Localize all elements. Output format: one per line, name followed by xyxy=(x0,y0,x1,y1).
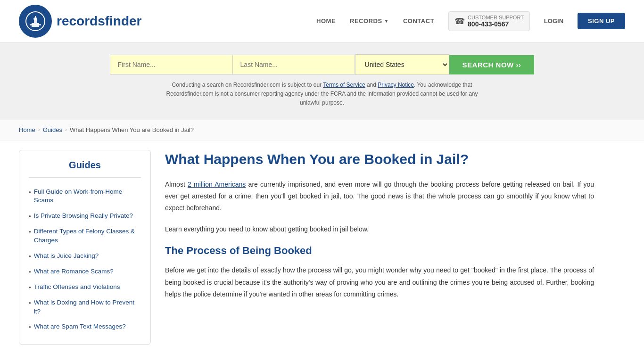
sidebar-list: Full Guide on Work-from-Home Scams Is Pr… xyxy=(29,184,141,335)
sidebar-title: Guides xyxy=(29,160,141,178)
sidebar-link-spam-text[interactable]: What are Spam Text Messages? xyxy=(34,322,126,331)
last-name-input[interactable] xyxy=(232,55,355,74)
svg-rect-2 xyxy=(30,24,41,25)
tos-link[interactable]: Terms of Service xyxy=(323,82,365,88)
nav-records[interactable]: RECORDS ▼ xyxy=(350,17,389,25)
customer-support: ☎ CUSTOMER SUPPORT 800-433-0567 xyxy=(448,11,530,31)
nav-home[interactable]: HOME xyxy=(316,17,336,25)
article-para-3: Before we get into the details of exactl… xyxy=(165,264,594,300)
article-subtitle: The Process of Being Booked xyxy=(165,245,594,257)
first-name-input[interactable] xyxy=(110,55,232,74)
sidebar-link-private-browsing[interactable]: Is Private Browsing Really Private? xyxy=(34,212,133,221)
list-item: What are Romance Scams? xyxy=(29,264,141,280)
logo-text: recordsfinder xyxy=(57,14,142,29)
list-item: Is Private Browsing Really Private? xyxy=(29,208,141,224)
support-label: CUSTOMER SUPPORT xyxy=(468,15,524,20)
search-disclaimer: Conducting a search on Recordsfinder.com… xyxy=(157,81,487,108)
main-nav: HOME RECORDS ▼ CONTACT ☎ CUSTOMER SUPPOR… xyxy=(316,11,625,31)
article-para-2: Learn everything you need to know about … xyxy=(165,223,594,235)
americans-link[interactable]: 2 million Americans xyxy=(188,181,246,188)
chevron-down-icon: ▼ xyxy=(384,18,389,24)
sidebar-link-felony[interactable]: Different Types of Felony Classes & Char… xyxy=(34,227,141,245)
state-select[interactable]: United States Alabama Alaska Arizona Cal… xyxy=(355,54,449,75)
list-item: What is Juice Jacking? xyxy=(29,248,141,264)
breadcrumb-guides[interactable]: Guides xyxy=(43,126,62,133)
signup-button[interactable]: SIGN UP xyxy=(578,13,625,29)
breadcrumb: Home › Guides › What Happens When You ar… xyxy=(0,120,644,140)
privacy-link[interactable]: Privacy Notice xyxy=(378,82,414,88)
phone-icon: ☎ xyxy=(454,16,465,26)
sidebar-link-doxing[interactable]: What is Doxing and How to Prevent it? xyxy=(34,298,141,316)
logo-area: recordsfinder xyxy=(19,5,142,38)
svg-rect-5 xyxy=(35,16,36,19)
sidebar: Guides Full Guide on Work-from-Home Scam… xyxy=(19,150,151,345)
search-button[interactable]: SEARCH NOW ›› xyxy=(449,55,535,74)
list-item: Full Guide on Work-from-Home Scams xyxy=(29,184,141,209)
main-content: Guides Full Guide on Work-from-Home Scam… xyxy=(0,140,613,354)
search-row: United States Alabama Alaska Arizona Cal… xyxy=(110,54,535,75)
sidebar-link-romance-scams[interactable]: What are Romance Scams? xyxy=(34,267,114,276)
header: recordsfinder HOME RECORDS ▼ CONTACT ☎ C… xyxy=(0,0,644,42)
list-item: What is Doxing and How to Prevent it? xyxy=(29,295,141,320)
breadcrumb-sep-2: › xyxy=(65,126,67,133)
login-link[interactable]: LOGIN xyxy=(544,17,563,25)
sidebar-link-juice-jacking[interactable]: What is Juice Jacking? xyxy=(34,252,99,261)
nav-contact[interactable]: CONTACT xyxy=(403,17,434,25)
list-item: Traffic Offenses and Violations xyxy=(29,280,141,295)
breadcrumb-current: What Happens When You are Booked in Jail… xyxy=(70,126,194,133)
logo-icon xyxy=(19,5,52,38)
sidebar-link-traffic[interactable]: Traffic Offenses and Violations xyxy=(34,283,120,292)
list-item: What are Spam Text Messages? xyxy=(29,319,141,335)
article-para-1: Almost 2 million Americans are currently… xyxy=(165,179,594,214)
article: What Happens When You are Booked in Jail… xyxy=(165,150,594,345)
support-phone: 800-433-0567 xyxy=(468,20,524,28)
article-title: What Happens When You are Booked in Jail… xyxy=(165,150,594,168)
breadcrumb-home[interactable]: Home xyxy=(19,126,35,133)
list-item: Different Types of Felony Classes & Char… xyxy=(29,224,141,248)
sidebar-link-work-scams[interactable]: Full Guide on Work-from-Home Scams xyxy=(34,188,141,206)
search-section: United States Alabama Alaska Arizona Cal… xyxy=(0,42,644,120)
breadcrumb-sep-1: › xyxy=(38,126,40,133)
